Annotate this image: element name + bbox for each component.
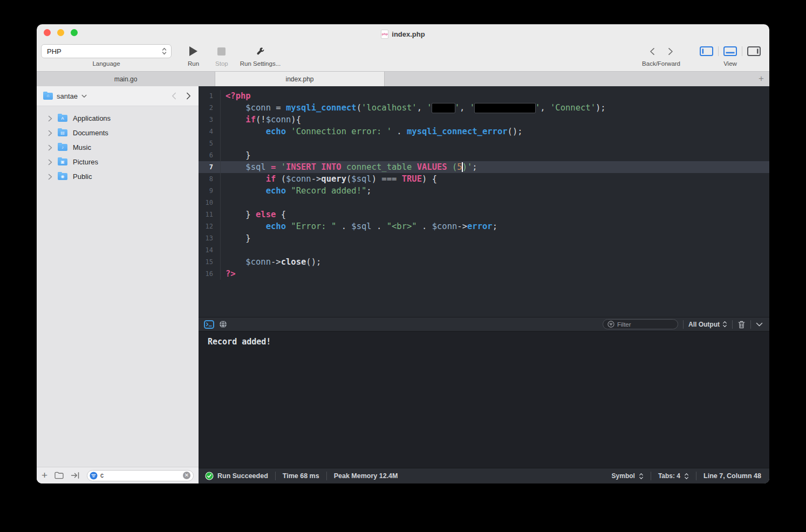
line-number: 15 xyxy=(199,256,220,268)
run-status: Run Succeeded xyxy=(205,472,268,480)
code-line-8[interactable]: 8 if ($conn->query($sql) === TRUE) { xyxy=(199,173,769,185)
clear-filter-icon[interactable]: ✕ xyxy=(183,472,190,479)
output-mode-select[interactable]: All Output xyxy=(688,321,727,328)
language-value: PHP xyxy=(47,47,62,56)
tab-width-select[interactable]: Tabs: 4 xyxy=(658,472,689,480)
line-number: 8 xyxy=(199,173,220,185)
code-line-15[interactable]: 15 $conn->close(); xyxy=(199,256,769,268)
language-select[interactable]: PHP xyxy=(41,44,172,58)
console-filter-placeholder: Filter xyxy=(617,321,631,328)
sidebar-filter-value: c xyxy=(100,472,180,479)
code-line-1[interactable]: 1<?php xyxy=(199,90,769,102)
run-button[interactable]: Run xyxy=(188,44,199,67)
disclosure-chevron-icon[interactable] xyxy=(48,115,52,122)
code-line-5[interactable]: 5 xyxy=(199,137,769,149)
run-icon xyxy=(189,46,197,56)
chevron-down-icon[interactable] xyxy=(81,94,87,98)
collapse-console-button[interactable] xyxy=(756,322,763,327)
run-time: Time 68 ms xyxy=(283,472,319,480)
tab-bar: main.go index.php + xyxy=(37,71,769,86)
console-filter-input[interactable]: Filter xyxy=(603,319,678,329)
code-line-4[interactable]: 4 echo 'Connection error: ' . mysqli_con… xyxy=(199,126,769,137)
line-number: 1 xyxy=(199,90,220,102)
console-tab-icon[interactable] xyxy=(204,320,214,329)
line-number: 4 xyxy=(199,126,220,137)
file-sidebar: ⌂ santae AApplications▤Documents♪Music▣P… xyxy=(37,86,199,483)
sidebar-root-label[interactable]: santae xyxy=(57,92,78,100)
toggle-console-icon[interactable] xyxy=(723,46,737,56)
code-line-14[interactable]: 14 xyxy=(199,244,769,256)
sidebar-back-icon[interactable] xyxy=(172,92,176,100)
sidebar-file-list: AApplications▤Documents♪Music▣Pictures◉P… xyxy=(37,106,199,467)
code-line-12[interactable]: 12 echo "Error: " . $sql . "<br>" . $con… xyxy=(199,220,769,232)
clear-console-button[interactable] xyxy=(737,320,746,329)
code-line-16[interactable]: 16?> xyxy=(199,268,769,280)
line-number: 14 xyxy=(199,244,220,256)
zoom-button[interactable] xyxy=(71,29,78,36)
code-line-6[interactable]: 6 } xyxy=(199,149,769,161)
sidebar-item-music[interactable]: ♪Music xyxy=(37,140,199,155)
forward-icon[interactable] xyxy=(668,47,673,56)
tab-label: index.php xyxy=(285,75,313,83)
cursor-position[interactable]: Line 7, Column 48 xyxy=(703,472,761,480)
stepper-icon xyxy=(684,473,689,480)
add-file-button[interactable]: + xyxy=(42,470,47,480)
run-label: Run xyxy=(188,60,199,67)
back-icon[interactable] xyxy=(650,47,655,56)
sidebar-filter-input[interactable]: c ✕ xyxy=(87,470,194,481)
folder-outline-icon xyxy=(54,472,64,479)
editor[interactable]: 1<?php2 $conn = mysqli_connect('localhos… xyxy=(199,86,769,317)
code-line-11[interactable]: 11 } else { xyxy=(199,209,769,220)
sidebar-item-label: Public xyxy=(73,172,92,181)
symbol-select[interactable]: Symbol xyxy=(612,472,644,480)
web-output-icon[interactable] xyxy=(219,320,227,328)
console-output-text: Record added! xyxy=(208,337,271,347)
line-number: 11 xyxy=(199,209,220,220)
code-line-9[interactable]: 9 echo "Record added!"; xyxy=(199,185,769,197)
line-number: 10 xyxy=(199,197,220,209)
tab-main-go[interactable]: main.go xyxy=(37,72,215,86)
back-forward-tool: Back/Forward xyxy=(642,44,680,67)
close-button[interactable] xyxy=(44,29,51,36)
code-line-13[interactable]: 13 } xyxy=(199,232,769,244)
run-settings-label: Run Settings... xyxy=(240,60,281,67)
sidebar-item-documents[interactable]: ▤Documents xyxy=(37,126,199,140)
console-output[interactable]: Record added! xyxy=(199,331,769,468)
sidebar-forward-icon[interactable] xyxy=(186,92,191,100)
disclosure-chevron-icon[interactable] xyxy=(48,144,52,151)
new-folder-button[interactable] xyxy=(54,472,64,479)
line-number: 5 xyxy=(199,137,220,149)
toggle-sidebar-icon[interactable] xyxy=(700,46,713,56)
console-toolbar: Filter All Output xyxy=(199,317,769,331)
sidebar-item-pictures[interactable]: ▣Pictures xyxy=(37,155,199,169)
sidebar-item-public[interactable]: ◉Public xyxy=(37,169,199,184)
new-tab-button[interactable]: + xyxy=(759,73,764,84)
home-folder-icon: ⌂ xyxy=(43,93,53,100)
code-line-2[interactable]: 2 $conn = mysqli_connect('localhost', ''… xyxy=(199,102,769,114)
sidebar-item-label: Music xyxy=(73,143,91,151)
folder-icon: ◉ xyxy=(58,173,67,180)
tab-index-php[interactable]: index.php xyxy=(215,72,385,86)
disclosure-chevron-icon[interactable] xyxy=(48,174,52,180)
stop-label: Stop xyxy=(215,60,228,67)
success-check-icon xyxy=(205,472,214,480)
run-settings-button[interactable]: Run Settings... xyxy=(240,44,281,67)
line-number: 3 xyxy=(199,114,220,126)
trash-icon xyxy=(737,320,746,329)
reveal-file-button[interactable] xyxy=(71,472,80,479)
sidebar-item-label: Applications xyxy=(73,114,111,122)
titlebar: php index.php xyxy=(37,24,769,40)
code-line-3[interactable]: 3 if(!$conn){ xyxy=(199,114,769,126)
desktop-background: php index.php PHP Language Run xyxy=(0,0,806,532)
sidebar-item-applications[interactable]: AApplications xyxy=(37,111,199,126)
code-line-10[interactable]: 10 xyxy=(199,197,769,209)
peak-memory: Peak Memory 12.4M xyxy=(334,472,398,480)
disclosure-chevron-icon[interactable] xyxy=(48,159,52,165)
disclosure-chevron-icon[interactable] xyxy=(48,130,52,136)
toggle-right-panel-icon[interactable] xyxy=(747,46,761,56)
stepper-icon xyxy=(722,321,727,328)
filter-icon xyxy=(607,321,614,328)
minimize-button[interactable] xyxy=(57,29,64,36)
stop-button[interactable]: Stop xyxy=(215,44,228,67)
code-line-7[interactable]: 7 $sql = 'INSERT INTO connect_table VALU… xyxy=(199,161,769,173)
